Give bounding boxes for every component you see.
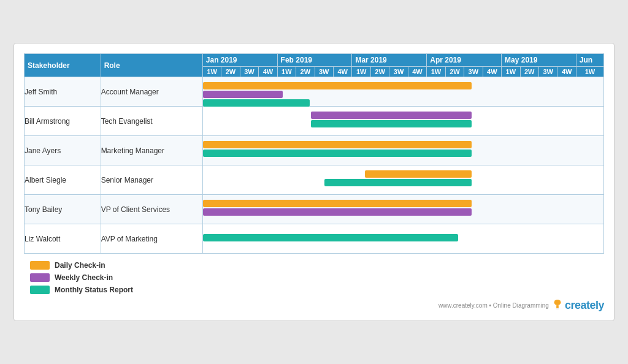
bar-1-1	[311, 120, 472, 127]
header-week-4-3: 4W	[557, 67, 576, 77]
header-week-3-1: 2W	[445, 67, 464, 77]
header-week-1-1: 2W	[296, 67, 315, 77]
stakeholder-role-4: VP of Client Services	[101, 195, 202, 224]
header-week-2-3: 4W	[408, 67, 426, 77]
legend-item-2: Monthly Status Report	[30, 286, 604, 294]
header-week-4-1: 2W	[520, 67, 538, 77]
svg-point-0	[554, 300, 561, 305]
gantt-row-area-4	[203, 196, 486, 223]
header-month-5: Jun	[576, 54, 603, 67]
header-week-4-0: 1W	[502, 67, 520, 77]
stakeholder-role-3: Senior Manager	[101, 165, 202, 195]
legend-label-0: Daily Check-in	[55, 261, 105, 270]
bar-0-1	[203, 91, 283, 98]
header-week-4-2: 3W	[538, 67, 557, 77]
gantt-cell-0	[202, 77, 603, 107]
header-week-3-0: 1W	[427, 67, 445, 77]
gantt-chart: StakeholderRoleJan 2019Feb 2019Mar 2019A…	[24, 53, 604, 254]
stakeholder-role-0: Account Manager	[101, 77, 202, 107]
gantt-cell-3	[202, 165, 603, 195]
header-week-0-0: 1W	[202, 67, 221, 77]
legend-swatch-2	[30, 286, 50, 294]
table-row: Jeff SmithAccount Manager	[25, 77, 604, 107]
table-row: Bill ArmstrongTech Evangelist	[25, 107, 604, 136]
gantt-cell-1	[202, 107, 603, 136]
header-month-2: Mar 2019	[352, 54, 427, 67]
header-week-3-3: 4W	[483, 67, 501, 77]
bar-2-1	[203, 150, 472, 157]
stakeholder-role-5: AVP of Marketing	[101, 224, 202, 254]
header-week-1-3: 4W	[333, 67, 351, 77]
header-week-1-0: 1W	[277, 67, 296, 77]
legend-label-2: Monthly Status Report	[55, 286, 133, 294]
header-week-5-0: 1W	[576, 67, 603, 77]
header-role: Role	[101, 54, 202, 77]
branding-area: www.creately.com • Online Diagramming cr…	[24, 299, 604, 312]
legend-label-1: Weekly Check-in	[55, 273, 113, 282]
branding-logo: creately	[553, 299, 604, 312]
header-week-0-2: 3W	[240, 67, 258, 77]
stakeholder-name-1: Bill Armstrong	[25, 107, 101, 136]
header-month-3: Apr 2019	[427, 54, 502, 67]
svg-point-2	[556, 308, 559, 309]
header-week-2-2: 3W	[389, 67, 408, 77]
gantt-row-area-2	[203, 137, 486, 164]
stakeholder-name-0: Jeff Smith	[25, 77, 101, 107]
header-week-2-0: 1W	[352, 67, 370, 77]
legend-swatch-1	[30, 273, 50, 282]
legend: Daily Check-inWeekly Check-inMonthly Sta…	[24, 261, 604, 294]
header-month-4: May 2019	[502, 54, 576, 67]
stakeholder-name-2: Jane Ayers	[25, 136, 101, 165]
lamp-icon	[553, 300, 562, 312]
gantt-row-area-5	[203, 226, 486, 252]
legend-item-0: Daily Check-in	[30, 261, 604, 270]
header-week-3-2: 3W	[464, 67, 483, 77]
header-week-0-1: 2W	[221, 67, 240, 77]
creately-brand-name: creately	[565, 299, 604, 312]
stakeholder-name-4: Tony Bailey	[25, 195, 101, 224]
header-month-0: Jan 2019	[202, 54, 277, 67]
header-month-1: Feb 2019	[277, 54, 352, 67]
stakeholder-role-1: Tech Evangelist	[101, 107, 202, 136]
bar-3-0	[365, 170, 472, 178]
stakeholder-name-3: Albert Siegle	[25, 165, 101, 195]
gantt-cell-5	[202, 224, 603, 254]
gantt-row-area-0	[203, 78, 486, 105]
branding-text: www.creately.com • Online Diagramming	[438, 301, 549, 310]
gantt-row-area-1	[203, 108, 486, 135]
table-row: Tony BaileyVP of Client Services	[25, 195, 604, 224]
table-row: Jane AyersMarketing Manager	[25, 136, 604, 165]
table-row: Liz WalcottAVP of Marketing	[25, 224, 604, 254]
main-card: StakeholderRoleJan 2019Feb 2019Mar 2019A…	[13, 43, 615, 321]
gantt-row-area-3	[203, 167, 486, 194]
header-stakeholder: Stakeholder	[25, 54, 101, 77]
legend-swatch-0	[30, 261, 50, 270]
header-week-0-3: 4W	[259, 67, 277, 77]
gantt-cell-2	[202, 136, 603, 165]
stakeholder-name-5: Liz Walcott	[25, 224, 101, 254]
stakeholder-role-2: Marketing Manager	[101, 136, 202, 165]
table-row: Albert SiegleSenior Manager	[25, 165, 604, 195]
bar-0-0	[203, 82, 472, 89]
bar-2-0	[203, 141, 472, 148]
bar-0-2	[203, 99, 310, 107]
legend-item-1: Weekly Check-in	[30, 273, 604, 282]
gantt-cell-4	[202, 195, 603, 224]
bar-4-0	[203, 200, 472, 207]
header-week-1-2: 3W	[315, 67, 333, 77]
bar-5-0	[203, 234, 458, 241]
bar-1-0	[311, 112, 472, 119]
header-week-2-1: 2W	[370, 67, 389, 77]
bar-4-1	[203, 208, 472, 216]
bar-3-1	[324, 179, 472, 186]
